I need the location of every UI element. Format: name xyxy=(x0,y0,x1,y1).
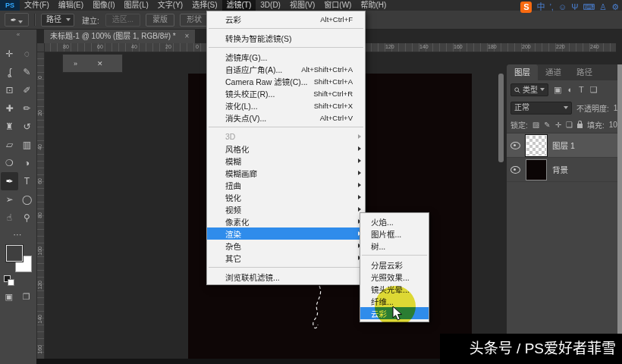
emoji-icon[interactable]: ☺ xyxy=(558,2,567,13)
foreground-color-swatch[interactable] xyxy=(6,245,23,262)
clone-stamp-tool[interactable]: ♜ xyxy=(1,118,18,136)
chevron-right-icon[interactable]: » xyxy=(74,60,77,67)
tool-mode-select[interactable]: 路径 xyxy=(41,14,74,27)
quick-selection-tool[interactable]: ✎ xyxy=(18,63,36,81)
filter-menu-item[interactable]: 其它 xyxy=(207,252,365,264)
panel-tab-paths[interactable]: 路径 xyxy=(569,64,600,80)
healing-brush-tool[interactable]: ✚ xyxy=(1,99,18,118)
blur-tool[interactable]: ❍ xyxy=(1,154,18,172)
render-submenu-item[interactable]: 火焰... xyxy=(360,215,429,228)
type-tool[interactable]: T xyxy=(18,172,36,190)
panel-tab-channels[interactable]: 通道 xyxy=(538,64,569,80)
shape-filter-icon[interactable]: ❏ xyxy=(590,85,598,95)
settings-icon[interactable]: ⚙ xyxy=(611,2,619,13)
collapsed-panel-header[interactable]: » ✕ xyxy=(62,54,123,73)
close-icon[interactable]: × xyxy=(185,32,190,40)
blend-mode-select[interactable]: 正常 xyxy=(510,102,572,115)
render-submenu-item[interactable]: 分层云彩 xyxy=(360,259,429,271)
document-tab[interactable]: 未标题-1 @ 100% (图层 1, RGB/8#) * × xyxy=(44,30,195,43)
sogou-logo-icon[interactable]: S xyxy=(520,2,532,13)
menubar-item-file[interactable]: 文件(F) xyxy=(20,0,54,11)
close-icon[interactable]: ✕ xyxy=(97,60,103,67)
lock-all-icon[interactable] xyxy=(577,124,583,128)
filter-menu-item[interactable]: 像素化 xyxy=(207,215,365,228)
filter-menu-item[interactable]: 消失点(V)...Alt+Ctrl+V xyxy=(207,111,365,124)
eyedropper-tool[interactable]: ✐ xyxy=(18,81,36,99)
menubar-item-type[interactable]: 文字(Y) xyxy=(153,0,187,11)
screen-mode-button[interactable]: ❐ xyxy=(23,292,30,302)
shape-tool[interactable]: ◯ xyxy=(18,190,36,209)
filter-menu-item[interactable]: 浏览联机滤镜... xyxy=(207,271,365,283)
default-colors-icon[interactable] xyxy=(8,279,14,286)
panel-tab-layers[interactable]: 图层 xyxy=(507,64,538,80)
microphone-icon[interactable]: Ψ xyxy=(571,2,578,13)
collapse-toolbar-icon[interactable]: « xyxy=(0,31,36,38)
filter-menu-item[interactable]: 镜头校正(R)...Shift+Ctrl+R xyxy=(207,87,365,99)
marquee-tool[interactable]: ◌ xyxy=(18,45,36,63)
lasso-tool[interactable]: ʆ xyxy=(1,63,18,81)
filter-menu-item[interactable]: 转换为智能滤镜(S) xyxy=(207,32,365,44)
menubar-item-select[interactable]: 选择(S) xyxy=(187,0,221,11)
keyboard-icon[interactable]: ⌨ xyxy=(583,2,595,13)
pixel-filter-icon[interactable]: ▣ xyxy=(554,85,561,95)
layer-thumbnail[interactable] xyxy=(526,159,547,180)
filter-menu-item[interactable]: 扭曲 xyxy=(207,179,365,191)
visibility-eye-icon[interactable] xyxy=(510,166,520,174)
hand-tool[interactable]: ☝ xyxy=(1,209,18,227)
filter-menu-item[interactable]: 模糊 xyxy=(207,155,365,167)
filter-menu-item[interactable]: 云彩Alt+Ctrl+F xyxy=(207,13,365,25)
render-submenu-item[interactable]: 光照效果... xyxy=(360,271,429,283)
filter-menu-item[interactable]: 风格化 xyxy=(207,143,365,155)
menubar-item-view[interactable]: 视图(V) xyxy=(285,0,319,11)
make-shape-button[interactable]: 形状 xyxy=(180,14,209,27)
history-brush-tool[interactable]: ↺ xyxy=(18,118,36,136)
filter-menu-item[interactable]: 液化(L)...Shift+Ctrl+X xyxy=(207,99,365,111)
layer-name[interactable]: 图层 1 xyxy=(552,140,575,151)
tool-preset-button[interactable]: ✒ xyxy=(5,13,29,27)
menubar-item-3d[interactable]: 3D(D) xyxy=(256,0,285,11)
zoom-tool[interactable]: ⚲ xyxy=(18,209,36,227)
chinese-mode-icon[interactable]: 中 xyxy=(536,2,545,13)
render-submenu-item[interactable]: 树... xyxy=(360,240,429,252)
menubar-item-layer[interactable]: 图层(L) xyxy=(120,0,153,11)
move-tool[interactable]: ✛ xyxy=(1,45,18,63)
dodge-tool[interactable]: ◑ xyxy=(18,154,36,172)
pen-tool[interactable]: ✒ xyxy=(1,172,18,190)
layer-row[interactable]: 图层 1 xyxy=(507,133,622,158)
render-submenu-item[interactable]: 图片框... xyxy=(360,228,429,240)
crop-tool[interactable]: ⊡ xyxy=(1,81,18,99)
make-selection-button[interactable]: 选区... xyxy=(105,14,140,27)
menubar-item-window[interactable]: 窗口(W) xyxy=(319,0,356,11)
visibility-eye-icon[interactable] xyxy=(510,142,520,149)
menubar-item-help[interactable]: 帮助(H) xyxy=(356,0,391,11)
lock-artboard-icon[interactable]: ❏ xyxy=(566,121,573,129)
adjustment-filter-icon[interactable]: ◐ xyxy=(567,85,573,95)
brush-tool[interactable]: ✏ xyxy=(18,99,36,118)
lock-pixels-icon[interactable]: ✎ xyxy=(544,121,550,129)
canvas-scrollbar[interactable] xyxy=(498,74,504,162)
filter-menu-item[interactable]: 杂色 xyxy=(207,240,365,252)
lock-position-icon[interactable]: ✛ xyxy=(555,121,561,129)
layer-filter-select[interactable]: 类型 xyxy=(510,83,548,96)
path-selection-tool[interactable]: ➢ xyxy=(1,190,18,209)
layer-row[interactable]: 背景 xyxy=(507,158,622,182)
type-filter-icon[interactable]: T xyxy=(579,85,584,95)
make-mask-button[interactable]: 蒙版 xyxy=(146,14,174,27)
edit-toolbar-button[interactable]: ⋯ xyxy=(0,230,35,240)
layer-thumbnail[interactable] xyxy=(526,135,547,156)
filter-menu-item[interactable]: 视频 xyxy=(207,203,365,215)
eraser-tool[interactable]: ▱ xyxy=(1,136,18,154)
lock-transparency-icon[interactable]: ▨ xyxy=(532,121,539,129)
gradient-tool[interactable]: ▥ xyxy=(18,136,36,154)
filter-menu-item[interactable]: 模糊画廊 xyxy=(207,167,365,179)
filter-menu-item[interactable]: 滤镜库(G)... xyxy=(207,51,365,63)
filter-menu-item[interactable]: 渲染 xyxy=(207,228,365,240)
menubar-item-edit[interactable]: 编辑(E) xyxy=(54,0,88,11)
filter-menu-item[interactable]: 锐化 xyxy=(207,191,365,203)
punctuation-icon[interactable]: ’, xyxy=(549,2,554,13)
filter-menu-item[interactable]: 3D xyxy=(207,130,365,143)
filter-menu-item[interactable]: Camera Raw 滤镜(C)...Shift+Ctrl+A xyxy=(207,75,365,87)
layer-name[interactable]: 背景 xyxy=(552,164,568,175)
user-icon[interactable]: ♙ xyxy=(599,2,607,13)
menubar-item-filter[interactable]: 滤镜(T) xyxy=(222,0,256,11)
